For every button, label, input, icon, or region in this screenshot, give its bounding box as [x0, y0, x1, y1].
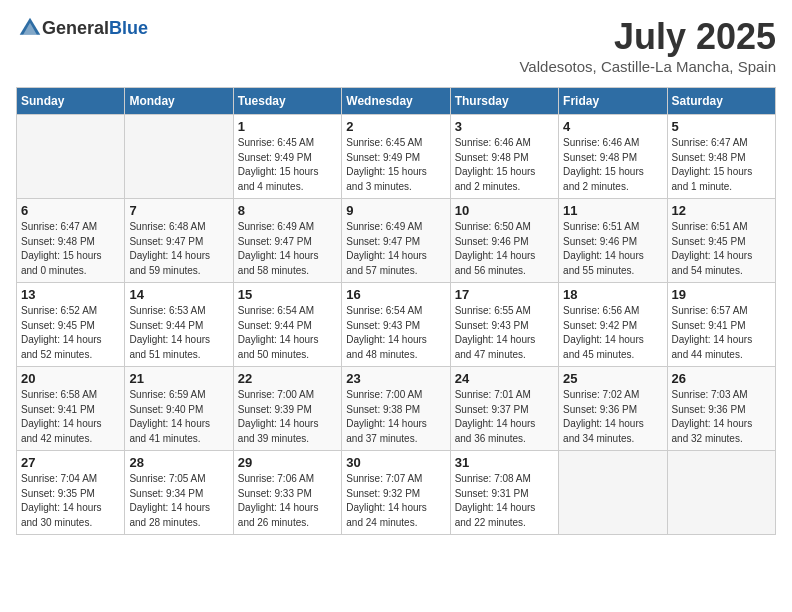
- calendar-cell: 12Sunrise: 6:51 AMSunset: 9:45 PMDayligh…: [667, 199, 775, 283]
- calendar-day-header: Tuesday: [233, 88, 341, 115]
- day-detail: Sunrise: 6:52 AMSunset: 9:45 PMDaylight:…: [21, 304, 120, 362]
- calendar-day-header: Sunday: [17, 88, 125, 115]
- day-number: 2: [346, 119, 445, 134]
- calendar-cell: 22Sunrise: 7:00 AMSunset: 9:39 PMDayligh…: [233, 367, 341, 451]
- calendar-cell: 20Sunrise: 6:58 AMSunset: 9:41 PMDayligh…: [17, 367, 125, 451]
- calendar-cell: 21Sunrise: 6:59 AMSunset: 9:40 PMDayligh…: [125, 367, 233, 451]
- day-number: 19: [672, 287, 771, 302]
- day-number: 20: [21, 371, 120, 386]
- calendar-day-header: Saturday: [667, 88, 775, 115]
- day-number: 18: [563, 287, 662, 302]
- day-number: 7: [129, 203, 228, 218]
- calendar-cell: 28Sunrise: 7:05 AMSunset: 9:34 PMDayligh…: [125, 451, 233, 535]
- day-number: 17: [455, 287, 554, 302]
- calendar-cell: 8Sunrise: 6:49 AMSunset: 9:47 PMDaylight…: [233, 199, 341, 283]
- calendar-cell: 24Sunrise: 7:01 AMSunset: 9:37 PMDayligh…: [450, 367, 558, 451]
- day-detail: Sunrise: 7:01 AMSunset: 9:37 PMDaylight:…: [455, 388, 554, 446]
- day-number: 28: [129, 455, 228, 470]
- calendar-cell: 31Sunrise: 7:08 AMSunset: 9:31 PMDayligh…: [450, 451, 558, 535]
- day-number: 25: [563, 371, 662, 386]
- calendar-week-row: 20Sunrise: 6:58 AMSunset: 9:41 PMDayligh…: [17, 367, 776, 451]
- day-number: 15: [238, 287, 337, 302]
- day-detail: Sunrise: 6:46 AMSunset: 9:48 PMDaylight:…: [455, 136, 554, 194]
- day-number: 1: [238, 119, 337, 134]
- day-number: 31: [455, 455, 554, 470]
- day-number: 8: [238, 203, 337, 218]
- day-number: 3: [455, 119, 554, 134]
- calendar-cell: 1Sunrise: 6:45 AMSunset: 9:49 PMDaylight…: [233, 115, 341, 199]
- day-detail: Sunrise: 7:00 AMSunset: 9:38 PMDaylight:…: [346, 388, 445, 446]
- logo-general-text: General: [42, 18, 109, 38]
- day-number: 5: [672, 119, 771, 134]
- day-detail: Sunrise: 6:49 AMSunset: 9:47 PMDaylight:…: [238, 220, 337, 278]
- calendar-cell: [667, 451, 775, 535]
- day-detail: Sunrise: 6:50 AMSunset: 9:46 PMDaylight:…: [455, 220, 554, 278]
- logo: GeneralBlue: [16, 16, 148, 40]
- calendar-cell: 29Sunrise: 7:06 AMSunset: 9:33 PMDayligh…: [233, 451, 341, 535]
- day-detail: Sunrise: 6:55 AMSunset: 9:43 PMDaylight:…: [455, 304, 554, 362]
- day-number: 29: [238, 455, 337, 470]
- day-detail: Sunrise: 6:46 AMSunset: 9:48 PMDaylight:…: [563, 136, 662, 194]
- logo-blue-text: Blue: [109, 18, 148, 38]
- calendar-day-header: Friday: [559, 88, 667, 115]
- calendar-cell: 25Sunrise: 7:02 AMSunset: 9:36 PMDayligh…: [559, 367, 667, 451]
- location-subtitle: Valdesotos, Castille-La Mancha, Spain: [519, 58, 776, 75]
- day-number: 14: [129, 287, 228, 302]
- calendar-cell: 19Sunrise: 6:57 AMSunset: 9:41 PMDayligh…: [667, 283, 775, 367]
- month-year-title: July 2025: [519, 16, 776, 58]
- calendar-cell: 10Sunrise: 6:50 AMSunset: 9:46 PMDayligh…: [450, 199, 558, 283]
- calendar-cell: 4Sunrise: 6:46 AMSunset: 9:48 PMDaylight…: [559, 115, 667, 199]
- day-number: 10: [455, 203, 554, 218]
- day-number: 9: [346, 203, 445, 218]
- calendar-cell: 18Sunrise: 6:56 AMSunset: 9:42 PMDayligh…: [559, 283, 667, 367]
- calendar-day-header: Monday: [125, 88, 233, 115]
- day-number: 22: [238, 371, 337, 386]
- day-detail: Sunrise: 6:54 AMSunset: 9:43 PMDaylight:…: [346, 304, 445, 362]
- day-detail: Sunrise: 6:48 AMSunset: 9:47 PMDaylight:…: [129, 220, 228, 278]
- day-detail: Sunrise: 6:45 AMSunset: 9:49 PMDaylight:…: [346, 136, 445, 194]
- calendar-cell: 5Sunrise: 6:47 AMSunset: 9:48 PMDaylight…: [667, 115, 775, 199]
- day-number: 13: [21, 287, 120, 302]
- day-detail: Sunrise: 7:00 AMSunset: 9:39 PMDaylight:…: [238, 388, 337, 446]
- calendar-table: SundayMondayTuesdayWednesdayThursdayFrid…: [16, 87, 776, 535]
- title-area: July 2025 Valdesotos, Castille-La Mancha…: [519, 16, 776, 75]
- day-detail: Sunrise: 6:47 AMSunset: 9:48 PMDaylight:…: [672, 136, 771, 194]
- day-number: 6: [21, 203, 120, 218]
- calendar-cell: 15Sunrise: 6:54 AMSunset: 9:44 PMDayligh…: [233, 283, 341, 367]
- day-detail: Sunrise: 6:59 AMSunset: 9:40 PMDaylight:…: [129, 388, 228, 446]
- day-number: 26: [672, 371, 771, 386]
- calendar-cell: 17Sunrise: 6:55 AMSunset: 9:43 PMDayligh…: [450, 283, 558, 367]
- calendar-cell: 13Sunrise: 6:52 AMSunset: 9:45 PMDayligh…: [17, 283, 125, 367]
- day-number: 23: [346, 371, 445, 386]
- calendar-cell: 26Sunrise: 7:03 AMSunset: 9:36 PMDayligh…: [667, 367, 775, 451]
- day-number: 24: [455, 371, 554, 386]
- day-detail: Sunrise: 7:02 AMSunset: 9:36 PMDaylight:…: [563, 388, 662, 446]
- day-detail: Sunrise: 7:08 AMSunset: 9:31 PMDaylight:…: [455, 472, 554, 530]
- day-detail: Sunrise: 7:05 AMSunset: 9:34 PMDaylight:…: [129, 472, 228, 530]
- day-detail: Sunrise: 7:06 AMSunset: 9:33 PMDaylight:…: [238, 472, 337, 530]
- day-detail: Sunrise: 6:57 AMSunset: 9:41 PMDaylight:…: [672, 304, 771, 362]
- day-detail: Sunrise: 6:51 AMSunset: 9:46 PMDaylight:…: [563, 220, 662, 278]
- day-number: 27: [21, 455, 120, 470]
- calendar-week-row: 1Sunrise: 6:45 AMSunset: 9:49 PMDaylight…: [17, 115, 776, 199]
- calendar-week-row: 27Sunrise: 7:04 AMSunset: 9:35 PMDayligh…: [17, 451, 776, 535]
- day-number: 16: [346, 287, 445, 302]
- day-number: 4: [563, 119, 662, 134]
- calendar-cell: 9Sunrise: 6:49 AMSunset: 9:47 PMDaylight…: [342, 199, 450, 283]
- logo-icon: [18, 16, 42, 40]
- calendar-header-row: SundayMondayTuesdayWednesdayThursdayFrid…: [17, 88, 776, 115]
- calendar-day-header: Wednesday: [342, 88, 450, 115]
- day-detail: Sunrise: 6:58 AMSunset: 9:41 PMDaylight:…: [21, 388, 120, 446]
- calendar-cell: 3Sunrise: 6:46 AMSunset: 9:48 PMDaylight…: [450, 115, 558, 199]
- calendar-cell: 11Sunrise: 6:51 AMSunset: 9:46 PMDayligh…: [559, 199, 667, 283]
- calendar-cell: [559, 451, 667, 535]
- day-detail: Sunrise: 6:51 AMSunset: 9:45 PMDaylight:…: [672, 220, 771, 278]
- calendar-cell: 7Sunrise: 6:48 AMSunset: 9:47 PMDaylight…: [125, 199, 233, 283]
- calendar-cell: 30Sunrise: 7:07 AMSunset: 9:32 PMDayligh…: [342, 451, 450, 535]
- calendar-week-row: 13Sunrise: 6:52 AMSunset: 9:45 PMDayligh…: [17, 283, 776, 367]
- calendar-cell: 6Sunrise: 6:47 AMSunset: 9:48 PMDaylight…: [17, 199, 125, 283]
- day-number: 30: [346, 455, 445, 470]
- calendar-cell: 23Sunrise: 7:00 AMSunset: 9:38 PMDayligh…: [342, 367, 450, 451]
- day-detail: Sunrise: 6:54 AMSunset: 9:44 PMDaylight:…: [238, 304, 337, 362]
- day-detail: Sunrise: 6:49 AMSunset: 9:47 PMDaylight:…: [346, 220, 445, 278]
